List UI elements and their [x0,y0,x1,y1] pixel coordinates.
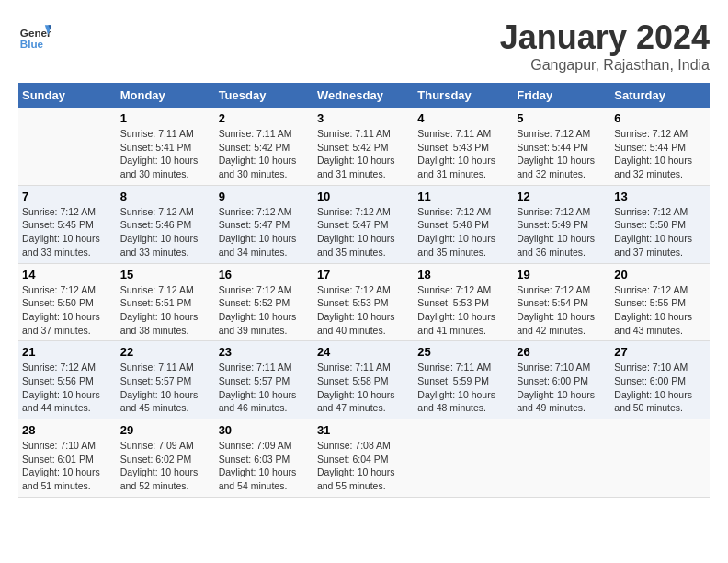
day-detail: Sunrise: 7:11 AMSunset: 5:42 PMDaylight:… [219,127,310,181]
calendar-cell: 27Sunrise: 7:10 AMSunset: 6:00 PMDayligh… [610,341,710,419]
title-area: January 2024 Gangapur, Rajasthan, India [500,18,710,74]
calendar-cell: 8Sunrise: 7:12 AMSunset: 5:46 PMDaylight… [117,185,215,263]
calendar-cell: 18Sunrise: 7:12 AMSunset: 5:53 PMDayligh… [414,263,513,341]
calendar-cell: 23Sunrise: 7:11 AMSunset: 5:57 PMDayligh… [215,341,313,419]
day-number: 17 [317,268,410,282]
day-detail: Sunrise: 7:11 AMSunset: 5:59 PMDaylight:… [417,361,509,415]
week-row-3: 14Sunrise: 7:12 AMSunset: 5:50 PMDayligh… [18,263,710,341]
day-number: 21 [22,345,113,359]
calendar-cell: 25Sunrise: 7:11 AMSunset: 5:59 PMDayligh… [414,341,513,419]
day-number: 20 [614,268,706,282]
day-number: 26 [517,345,607,359]
day-number: 28 [22,423,113,437]
day-number: 24 [317,345,410,359]
day-detail: Sunrise: 7:12 AMSunset: 5:54 PMDaylight:… [517,283,607,338]
calendar-cell: 13Sunrise: 7:12 AMSunset: 5:50 PMDayligh… [610,185,710,263]
svg-text:Blue: Blue [20,38,44,50]
calendar-cell [414,419,513,498]
day-detail: Sunrise: 7:09 AMSunset: 6:03 PMDaylight:… [219,439,310,493]
calendar-cell: 21Sunrise: 7:12 AMSunset: 5:56 PMDayligh… [18,341,117,419]
day-number: 23 [219,345,310,359]
logo: General Blue [18,18,51,52]
weekday-header-sunday: Sunday [18,83,117,108]
weekday-header-monday: Monday [117,83,215,108]
day-detail: Sunrise: 7:09 AMSunset: 6:02 PMDaylight:… [120,439,211,493]
week-row-5: 28Sunrise: 7:10 AMSunset: 6:01 PMDayligh… [18,419,710,498]
week-row-4: 21Sunrise: 7:12 AMSunset: 5:56 PMDayligh… [18,341,710,419]
calendar-cell: 22Sunrise: 7:11 AMSunset: 5:57 PMDayligh… [117,341,215,419]
calendar-cell: 16Sunrise: 7:12 AMSunset: 5:52 PMDayligh… [215,263,313,341]
day-detail: Sunrise: 7:12 AMSunset: 5:47 PMDaylight:… [219,205,310,259]
weekday-header-tuesday: Tuesday [215,83,313,108]
day-number: 29 [120,423,211,437]
calendar-cell: 26Sunrise: 7:10 AMSunset: 6:00 PMDayligh… [513,341,610,419]
day-detail: Sunrise: 7:12 AMSunset: 5:44 PMDaylight:… [614,127,706,181]
day-detail: Sunrise: 7:11 AMSunset: 5:57 PMDaylight:… [120,361,211,415]
day-detail: Sunrise: 7:12 AMSunset: 5:51 PMDaylight:… [120,283,211,338]
day-detail: Sunrise: 7:12 AMSunset: 5:46 PMDaylight:… [120,205,211,259]
day-number: 13 [614,190,706,203]
day-detail: Sunrise: 7:12 AMSunset: 5:49 PMDaylight:… [517,205,607,259]
calendar-cell: 24Sunrise: 7:11 AMSunset: 5:58 PMDayligh… [313,341,414,419]
calendar-cell [610,419,710,498]
calendar-cell: 11Sunrise: 7:12 AMSunset: 5:48 PMDayligh… [414,185,513,263]
calendar-cell: 31Sunrise: 7:08 AMSunset: 6:04 PMDayligh… [313,419,414,498]
day-detail: Sunrise: 7:10 AMSunset: 6:01 PMDaylight:… [22,439,113,493]
day-detail: Sunrise: 7:10 AMSunset: 6:00 PMDaylight:… [614,361,706,415]
calendar-cell: 30Sunrise: 7:09 AMSunset: 6:03 PMDayligh… [215,419,313,498]
day-number: 15 [120,268,211,282]
day-number: 14 [22,268,113,282]
day-detail: Sunrise: 7:12 AMSunset: 5:47 PMDaylight:… [317,205,410,259]
week-row-2: 7Sunrise: 7:12 AMSunset: 5:45 PMDaylight… [18,185,710,263]
calendar-title: January 2024 [500,18,710,57]
day-detail: Sunrise: 7:12 AMSunset: 5:55 PMDaylight:… [614,283,706,338]
calendar-cell [513,419,610,498]
day-detail: Sunrise: 7:11 AMSunset: 5:57 PMDaylight:… [219,361,310,415]
calendar-cell: 12Sunrise: 7:12 AMSunset: 5:49 PMDayligh… [513,185,610,263]
day-number: 1 [120,111,211,125]
calendar-cell: 14Sunrise: 7:12 AMSunset: 5:50 PMDayligh… [18,263,117,341]
day-number: 25 [417,345,509,359]
day-number: 2 [219,111,310,125]
day-detail: Sunrise: 7:12 AMSunset: 5:53 PMDaylight:… [317,283,410,338]
day-number: 12 [517,190,607,203]
day-number: 9 [219,190,310,203]
weekday-header-friday: Friday [513,83,610,108]
day-detail: Sunrise: 7:12 AMSunset: 5:56 PMDaylight:… [22,361,113,415]
day-detail: Sunrise: 7:12 AMSunset: 5:50 PMDaylight:… [614,205,706,259]
day-detail: Sunrise: 7:12 AMSunset: 5:44 PMDaylight:… [517,127,607,181]
day-detail: Sunrise: 7:10 AMSunset: 6:00 PMDaylight:… [517,361,607,415]
calendar-cell: 2Sunrise: 7:11 AMSunset: 5:42 PMDaylight… [215,108,313,185]
day-detail: Sunrise: 7:11 AMSunset: 5:41 PMDaylight:… [120,127,211,181]
calendar-cell: 7Sunrise: 7:12 AMSunset: 5:45 PMDaylight… [18,185,117,263]
day-detail: Sunrise: 7:12 AMSunset: 5:52 PMDaylight:… [219,283,310,338]
day-detail: Sunrise: 7:11 AMSunset: 5:43 PMDaylight:… [417,127,509,181]
week-row-1: 1Sunrise: 7:11 AMSunset: 5:41 PMDaylight… [18,108,710,185]
day-detail: Sunrise: 7:08 AMSunset: 6:04 PMDaylight:… [317,439,410,493]
day-number: 10 [317,190,410,203]
calendar-cell: 28Sunrise: 7:10 AMSunset: 6:01 PMDayligh… [18,419,117,498]
day-detail: Sunrise: 7:12 AMSunset: 5:50 PMDaylight:… [22,283,113,338]
day-number: 4 [417,111,509,125]
calendar-table: SundayMondayTuesdayWednesdayThursdayFrid… [18,83,710,498]
day-detail: Sunrise: 7:12 AMSunset: 5:48 PMDaylight:… [417,205,509,259]
calendar-cell: 17Sunrise: 7:12 AMSunset: 5:53 PMDayligh… [313,263,414,341]
day-number: 8 [120,190,211,203]
calendar-cell: 5Sunrise: 7:12 AMSunset: 5:44 PMDaylight… [513,108,610,185]
day-number: 27 [614,345,706,359]
day-number: 18 [417,268,509,282]
calendar-subtitle: Gangapur, Rajasthan, India [500,57,710,74]
calendar-cell: 9Sunrise: 7:12 AMSunset: 5:47 PMDaylight… [215,185,313,263]
day-number: 22 [120,345,211,359]
day-number: 6 [614,111,706,125]
calendar-cell: 4Sunrise: 7:11 AMSunset: 5:43 PMDaylight… [414,108,513,185]
calendar-cell: 6Sunrise: 7:12 AMSunset: 5:44 PMDaylight… [610,108,710,185]
day-number: 31 [317,423,410,437]
weekday-header-thursday: Thursday [414,83,513,108]
day-number: 19 [517,268,607,282]
calendar-cell: 10Sunrise: 7:12 AMSunset: 5:47 PMDayligh… [313,185,414,263]
calendar-cell: 20Sunrise: 7:12 AMSunset: 5:55 PMDayligh… [610,263,710,341]
weekday-header-saturday: Saturday [610,83,710,108]
day-number: 3 [317,111,410,125]
day-detail: Sunrise: 7:12 AMSunset: 5:45 PMDaylight:… [22,205,113,259]
